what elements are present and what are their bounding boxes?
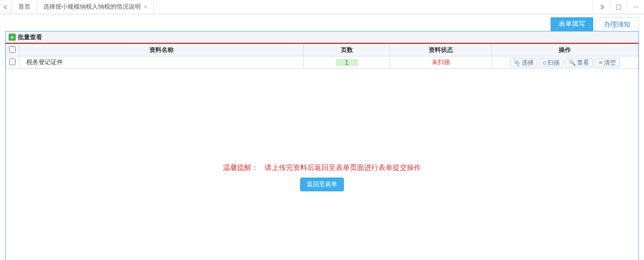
- header-name: 资料名称: [19, 44, 304, 56]
- materials-panel: + 批量查看 资料名称 页数 资料状态 操作: [5, 31, 639, 260]
- row-pages-cell: 1: [304, 56, 390, 69]
- header-ops: 操作: [492, 44, 638, 56]
- return-btn-label: 返回至表单: [307, 181, 337, 188]
- header-pages: 页数: [304, 44, 390, 56]
- row-ops-cell: 📎 选择 ⎙ 扫描 🔍 查看: [492, 56, 638, 69]
- reminder-block: 温馨提醒： 请上传完资料后返回至表单页面进行表单提交操作 返回至表单: [6, 156, 638, 197]
- close-icon[interactable]: ×: [144, 4, 147, 11]
- return-to-form-button[interactable]: 返回至表单: [300, 178, 344, 191]
- window-maximize-button[interactable]: [609, 0, 627, 14]
- row-status: 未扫描: [432, 59, 450, 66]
- tab-detail[interactable]: 选择按小规模纳税人纳税的情况说明 ×: [37, 0, 154, 14]
- panel-header: + 批量查看: [6, 32, 638, 44]
- more-menu-button[interactable]: [627, 0, 644, 14]
- table-empty-space: [6, 69, 638, 156]
- action-tab-form-fill[interactable]: 表单填写: [551, 17, 593, 31]
- view-button-label: 查看: [577, 59, 589, 67]
- scan-icon: ⎙: [543, 59, 546, 67]
- row-checkbox-cell: [6, 56, 19, 69]
- header-checkbox-cell: [6, 44, 19, 56]
- tabstrip-prev-button[interactable]: [0, 0, 12, 14]
- row-name: 税务登记证件: [19, 56, 304, 69]
- scan-button[interactable]: ⎙ 扫描: [539, 58, 563, 67]
- table-row: 税务登记证件 1 未扫描 📎 选择: [6, 56, 638, 69]
- batch-view-icon: +: [9, 34, 16, 41]
- action-tab-row: 表单填写 办理须知: [0, 14, 644, 31]
- header-status: 资料状态: [390, 44, 492, 56]
- tabstrip-next-button[interactable]: [592, 0, 609, 14]
- action-tab-notice-label: 办理须知: [604, 20, 630, 28]
- table-header-row: 资料名称 页数 资料状态 操作: [6, 44, 638, 56]
- svg-rect-0: [616, 5, 621, 9]
- paperclip-icon: 📎: [513, 59, 521, 67]
- row-pages-badge: 1: [336, 59, 358, 66]
- materials-table: 资料名称 页数 资料状态 操作 税务登记证件 1 未扫描: [6, 44, 638, 69]
- select-button[interactable]: 📎 选择: [510, 58, 537, 67]
- row-checkbox[interactable]: [9, 59, 16, 65]
- tab-home-label: 首页: [18, 3, 30, 11]
- tab-home[interactable]: 首页: [12, 0, 37, 14]
- view-icon: 🔍: [569, 59, 576, 67]
- action-tab-notice[interactable]: 办理须知: [595, 17, 639, 31]
- clear-button-label: 清空: [604, 59, 616, 67]
- tab-detail-label: 选择按小规模纳税人纳税的情况说明: [43, 3, 141, 11]
- panel-title: 批量查看: [18, 33, 42, 42]
- action-tab-form-fill-label: 表单填写: [559, 20, 585, 27]
- clear-icon: ✕: [598, 59, 603, 67]
- view-button[interactable]: 🔍 查看: [565, 58, 593, 67]
- scan-button-label: 扫描: [548, 59, 560, 67]
- reminder-text: 请上传完资料后返回至表单页面进行表单提交操作: [265, 163, 421, 171]
- reminder-line: 温馨提醒： 请上传完资料后返回至表单页面进行表单提交操作: [6, 163, 638, 172]
- svg-point-2: [635, 6, 636, 7]
- top-tab-bar: 首页 选择按小规模纳税人纳税的情况说明 ×: [0, 0, 644, 14]
- select-all-checkbox[interactable]: [9, 46, 16, 53]
- reminder-label: 温馨提醒：: [223, 163, 259, 171]
- svg-point-3: [637, 6, 638, 7]
- svg-point-1: [633, 6, 634, 7]
- row-status-cell: 未扫描: [390, 56, 492, 69]
- clear-button[interactable]: ✕ 清空: [595, 58, 620, 67]
- panel-lower-space: [6, 197, 638, 260]
- select-button-label: 选择: [522, 59, 534, 67]
